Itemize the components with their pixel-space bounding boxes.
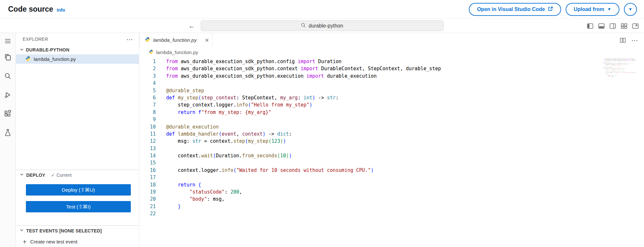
code-line[interactable]: 20 "body": msg, (139, 196, 644, 203)
chevron-down-icon (19, 47, 24, 53)
editor-titlebar: ← → durable-python (0, 19, 644, 33)
create-test-event-label: Create new test event (30, 239, 77, 244)
line-number: 13 (139, 145, 156, 152)
activity-bar (0, 33, 16, 247)
line-number: 21 (139, 203, 156, 210)
folder-row-durable-python[interactable]: DURABLE-PYTHON (16, 45, 139, 54)
deploy-section-title: DEPLOY (26, 173, 45, 178)
code-line[interactable]: 22 (139, 210, 644, 217)
plus-icon: + (23, 238, 27, 245)
line-number: 7 (139, 101, 156, 108)
code-line[interactable]: 2from aws_durable_execution_sdk_python.c… (139, 65, 644, 72)
info-link[interactable]: Info (57, 7, 65, 13)
back-arrow-icon[interactable]: ← (188, 22, 195, 30)
caret-down-icon: ▼ (607, 7, 611, 11)
line-number: 9 (139, 116, 156, 123)
code-line[interactable]: 14 context.wait(Duration.from_seconds(10… (139, 152, 644, 159)
tab-actions: ⋯ (620, 33, 644, 47)
close-icon[interactable]: × (205, 37, 209, 43)
line-number: 14 (139, 152, 156, 159)
code-line[interactable]: 4 (139, 80, 644, 87)
code-line[interactable]: 7 step_context.logger.info("Hello from m… (139, 101, 644, 108)
open-vscode-button[interactable]: Open in Visual Studio Code (469, 3, 561, 16)
editor-more-icon[interactable]: ⋯ (631, 37, 638, 44)
code-line[interactable]: 18 return { (139, 181, 644, 188)
code-line[interactable]: 13 (139, 145, 644, 152)
code-line[interactable]: 5@durable_step (139, 87, 644, 94)
code-line[interactable]: 10@durable_execution (139, 123, 644, 130)
code-line[interactable]: 12 msg: str = context.step(my_step(123)) (139, 138, 644, 145)
test-events-section-header[interactable]: TEST EVENTS [NONE SELECTED] (16, 226, 139, 236)
split-editor-icon[interactable] (620, 37, 626, 43)
search-value: durable-python (309, 23, 343, 29)
workbench: EXPLORER ⋯ DURABLE-PYTHON lambda_functio… (0, 33, 644, 247)
code-line[interactable]: 3from aws_durable_execution_sdk_python.e… (139, 73, 644, 80)
explorer-header: EXPLORER ⋯ (16, 33, 139, 45)
external-link-icon (548, 6, 553, 13)
sidebar: EXPLORER ⋯ DURABLE-PYTHON lambda_functio… (16, 33, 139, 247)
deploy-button[interactable]: Deploy (⇧⌘U) (26, 184, 131, 196)
folder-name: DURABLE-PYTHON (26, 47, 69, 52)
deploy-status-label: Current (57, 173, 72, 178)
caret-down-icon: ▼ (628, 7, 633, 11)
code-line[interactable]: 15 (139, 159, 644, 166)
activity-search-button[interactable] (0, 67, 16, 86)
tab-lambda-function[interactable]: lambda_function.py × (139, 33, 212, 47)
code-line[interactable]: 9 (139, 116, 644, 123)
editor-group: lambda_function.py × ⋯ lambda_function.p… (139, 33, 644, 247)
activity-test-tools-button[interactable] (0, 124, 16, 142)
activity-explorer-button[interactable] (0, 49, 16, 67)
code-line[interactable]: 17 (139, 174, 644, 181)
create-test-event-button[interactable]: + Create new test event (16, 236, 139, 247)
line-number: 11 (139, 130, 156, 138)
line-number: 10 (139, 123, 156, 130)
customize-layout-icon[interactable] (621, 23, 627, 29)
run-debug-icon (4, 91, 12, 100)
menu-button[interactable] (0, 35, 16, 49)
test-events-section: TEST EVENTS [NONE SELECTED] + Create new… (16, 225, 139, 247)
toggle-panel-icon[interactable] (598, 23, 605, 29)
line-number: 8 (139, 109, 156, 116)
upload-from-button[interactable]: Upload from ▼ (566, 3, 619, 16)
test-button[interactable]: Test (⇧⌘I) (26, 201, 131, 212)
code-line[interactable]: 8 return f"from my_step: {my_arg}" (139, 109, 644, 116)
fullscreen-icon[interactable] (632, 23, 639, 29)
activity-extensions-button[interactable] (0, 105, 16, 124)
page-title: Code source (8, 5, 53, 14)
deploy-status: ✓Current (51, 173, 72, 178)
python-icon (145, 37, 150, 43)
explorer-more-icon[interactable]: ⋯ (126, 36, 133, 43)
line-number: 17 (139, 174, 156, 181)
code-line[interactable]: 21 } (139, 203, 644, 210)
title-group: Code source Info (8, 5, 65, 14)
code-line[interactable]: 16 context.logger.info("Waited for 10 se… (139, 167, 644, 174)
code-editor[interactable]: 1from aws_durable_execution_sdk_python.c… (139, 57, 644, 247)
chevron-down-icon (19, 228, 24, 234)
line-number: 16 (139, 167, 156, 174)
search-icon (301, 23, 306, 29)
more-actions-button[interactable]: ▼ (624, 3, 637, 16)
toggle-sidebar-right-icon[interactable] (609, 23, 616, 29)
line-number: 1 (139, 58, 156, 65)
deploy-section: DEPLOY ✓Current Deploy (⇧⌘U) Test (⇧⌘I) (16, 170, 139, 225)
tab-bar: lambda_function.py × ⋯ (139, 33, 644, 47)
code-line[interactable]: 6def my_step(step_context: StepContext, … (139, 94, 644, 101)
deploy-section-header[interactable]: DEPLOY ✓Current (16, 170, 139, 180)
line-number: 18 (139, 181, 156, 188)
line-number: 15 (139, 159, 156, 166)
page: Code source Info Open in Visual Studio C… (0, 0, 644, 247)
toggle-sidebar-left-icon[interactable] (587, 23, 593, 29)
upload-from-label: Upload from (574, 6, 604, 12)
files-icon (4, 53, 12, 63)
code-line[interactable]: 19 "statusCode": 200, (139, 188, 644, 196)
code-line[interactable]: 1from aws_durable_execution_sdk_python.c… (139, 58, 644, 65)
breadcrumb[interactable]: lambda_function.py (139, 47, 644, 57)
deploy-buttons: Deploy (⇧⌘U) Test (⇧⌘I) (16, 180, 139, 225)
command-center-search[interactable]: durable-python (201, 20, 444, 31)
hamburger-icon (4, 37, 12, 46)
minimap[interactable]: from aws_durable_execution_sdk_python.co… (604, 59, 636, 79)
sidebar-spacer (16, 64, 139, 170)
code-line[interactable]: 11def lambda_handler(event, context) -> … (139, 130, 644, 138)
activity-run-debug-button[interactable] (0, 86, 16, 105)
file-row-lambda-function[interactable]: lambda_function.py (16, 54, 139, 64)
